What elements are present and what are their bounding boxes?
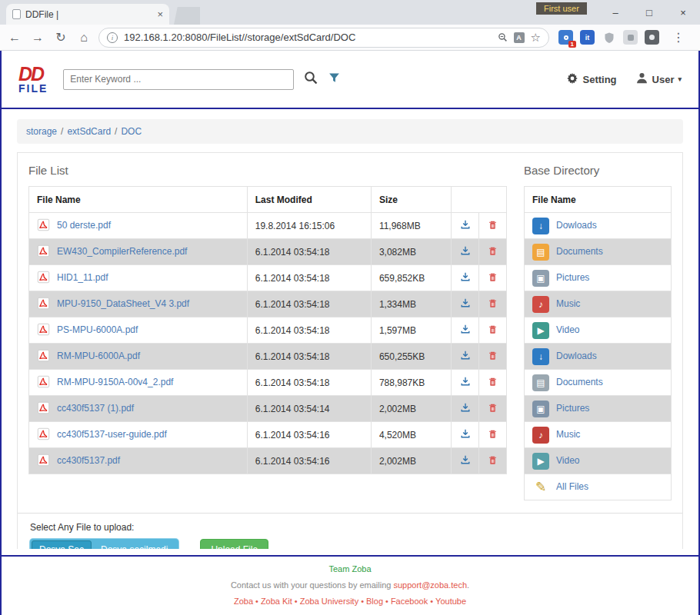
- directory-link[interactable]: Music: [556, 429, 580, 440]
- directory-link[interactable]: Dowloads: [556, 220, 597, 231]
- browser-titlebar: DDFile | × First user – □ ×: [0, 0, 700, 25]
- upload-file-button[interactable]: Upload File: [200, 539, 268, 549]
- directory-link[interactable]: Pictures: [556, 403, 589, 414]
- dark-extension-icon[interactable]: [645, 30, 659, 45]
- app-logo[interactable]: DD FILE: [18, 65, 48, 94]
- browser-tab[interactable]: DDFile | ×: [6, 4, 169, 25]
- download-icon[interactable]: [460, 326, 471, 337]
- download-icon[interactable]: [460, 378, 471, 389]
- file-name-link[interactable]: PS-MPU-6000A.pdf: [57, 324, 138, 335]
- download-icon[interactable]: [460, 300, 471, 311]
- app-header: DD FILE Setting User: [2, 51, 698, 109]
- footer-link[interactable]: Blog: [366, 597, 383, 606]
- table-row: cc430f5137 (1).pdf 6.1.2014 03:54:14 2,0…: [29, 396, 507, 422]
- setting-button[interactable]: Setting: [566, 72, 616, 87]
- directory-link[interactable]: All Files: [556, 481, 588, 492]
- contact-email-link[interactable]: support@zoba.tech: [393, 580, 467, 590]
- url-text[interactable]: 192.168.1.20:8080/FileList//storage/extS…: [124, 32, 492, 43]
- directory-link[interactable]: Dowloads: [556, 351, 597, 361]
- file-name-link[interactable]: cc430f5137 (1).pdf: [57, 403, 134, 414]
- file-name-link[interactable]: cc430f5137.pdf: [57, 455, 120, 466]
- contact-suffix: .: [467, 580, 469, 590]
- breadcrumb-link[interactable]: storage: [26, 126, 57, 137]
- download-icon[interactable]: [460, 274, 471, 284]
- footer-link[interactable]: Youtube: [435, 597, 466, 606]
- footer-link[interactable]: Zoba: [234, 597, 253, 606]
- pdf-icon: [37, 375, 50, 391]
- tab-title: DDFile |: [25, 9, 152, 20]
- directory-link[interactable]: Music: [556, 298, 580, 309]
- gray-extension-icon[interactable]: [623, 30, 638, 45]
- file-name-link[interactable]: cc430f5137-user-guide.pdf: [57, 429, 167, 440]
- forward-icon[interactable]: →: [29, 31, 46, 45]
- directory-link[interactable]: Video: [556, 455, 579, 466]
- back-icon[interactable]: ←: [6, 31, 23, 45]
- password-extension-icon[interactable]: 1: [558, 30, 573, 45]
- user-menu-button[interactable]: User ▾: [635, 71, 682, 87]
- download-icon[interactable]: [460, 404, 471, 415]
- delete-icon[interactable]: [488, 404, 498, 415]
- delete-icon[interactable]: [488, 248, 498, 258]
- list-item: ✎All Files: [525, 474, 672, 500]
- footer-contact: Contact us with your questions by emaili…: [2, 580, 698, 590]
- file-name-link[interactable]: MPU-9150_DataSheet_V4 3.pdf: [57, 298, 189, 309]
- directory-link[interactable]: Documents: [556, 377, 603, 387]
- directory-link[interactable]: Pictures: [556, 272, 589, 283]
- delete-icon[interactable]: [488, 378, 498, 389]
- pdf-icon: [37, 427, 50, 443]
- close-icon[interactable]: ×: [666, 0, 700, 25]
- home-icon[interactable]: ⌂: [75, 31, 92, 45]
- file-name-link[interactable]: 50 derste.pdf: [57, 220, 111, 231]
- minimize-icon[interactable]: –: [598, 0, 632, 25]
- download-icon[interactable]: [460, 430, 471, 441]
- table-row: RM-MPU-9150A-00v4_2.pdf 6.1.2014 03:54:1…: [29, 370, 507, 396]
- footer-link[interactable]: Zoba Kit: [261, 597, 292, 606]
- delete-icon[interactable]: [488, 430, 498, 441]
- pdf-icon: [37, 401, 50, 417]
- profile-chip[interactable]: First user: [536, 2, 587, 15]
- directory-link[interactable]: Video: [556, 324, 579, 335]
- download-icon[interactable]: [460, 457, 471, 467]
- download-icon[interactable]: [460, 221, 471, 232]
- list-item: ▤Documents: [525, 239, 672, 265]
- footer-link-separator: •: [255, 597, 258, 606]
- directory-link[interactable]: Documents: [556, 246, 603, 257]
- file-name-link[interactable]: HID1_11.pdf: [57, 272, 108, 283]
- file-name-link[interactable]: RM-MPU-9150A-00v4_2.pdf: [57, 377, 173, 387]
- search-input[interactable]: [63, 69, 294, 90]
- footer-link[interactable]: Zoba University: [300, 597, 358, 606]
- delete-icon[interactable]: [488, 326, 498, 337]
- page-info-icon[interactable]: i: [107, 32, 118, 43]
- shield-extension-icon[interactable]: [602, 30, 616, 45]
- tab-close-icon[interactable]: ×: [157, 8, 163, 20]
- file-size: 2,002MB: [371, 396, 451, 422]
- download-icon[interactable]: [460, 352, 471, 363]
- maximize-icon[interactable]: □: [632, 0, 666, 25]
- delete-icon[interactable]: [488, 300, 498, 311]
- bookmark-star-icon[interactable]: ☆: [531, 31, 541, 45]
- breadcrumb-link[interactable]: extSdCard: [67, 126, 111, 137]
- browser-menu-icon[interactable]: ⋮: [666, 30, 691, 45]
- footer-link[interactable]: Facebook: [391, 597, 428, 606]
- refresh-icon[interactable]: ↻: [52, 30, 69, 45]
- file-name-link[interactable]: EW430_CompilerReference.pdf: [57, 246, 187, 257]
- table-row: cc430f5137-user-guide.pdf 6.1.2014 03:54…: [29, 422, 507, 448]
- download-icon[interactable]: [460, 248, 471, 258]
- delete-icon[interactable]: [488, 457, 498, 467]
- translate-icon[interactable]: A: [514, 32, 525, 43]
- delete-icon[interactable]: [488, 221, 498, 232]
- filter-icon[interactable]: [328, 71, 341, 88]
- file-modified: 6.1.2014 03:54:14: [247, 396, 371, 422]
- breadcrumb-link[interactable]: DOC: [121, 126, 142, 137]
- zoom-icon[interactable]: [498, 32, 508, 42]
- file-input[interactable]: Dosya Seç Dosya seçilmedi: [30, 539, 178, 549]
- table-row: HID1_11.pdf 6.1.2014 03:54:18 659,852KB: [29, 265, 507, 291]
- new-tab-button[interactable]: [174, 7, 200, 25]
- delete-icon[interactable]: [488, 352, 498, 363]
- address-bar[interactable]: i 192.168.1.20:8080/FileList//storage/ex…: [98, 28, 549, 48]
- delete-icon[interactable]: [488, 274, 498, 284]
- choose-file-button[interactable]: Dosya Seç: [32, 540, 92, 549]
- search-icon[interactable]: [303, 70, 318, 88]
- file-name-link[interactable]: RM-MPU-6000A.pdf: [57, 351, 140, 361]
- it-extension-icon[interactable]: it: [580, 30, 595, 45]
